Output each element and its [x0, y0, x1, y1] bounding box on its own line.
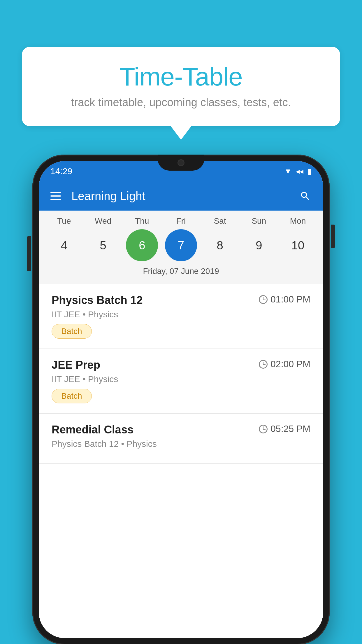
phone-outer: 14:29 ▼ ◂◂ ▮ Learning Light: [32, 155, 330, 644]
wifi-icon: ▼: [284, 167, 292, 176]
battery-icon: ▮: [307, 167, 312, 176]
schedule-list: Physics Batch 12 01:00 PM IIT JEE • Phys…: [39, 284, 323, 638]
hamburger-icon[interactable]: [50, 192, 61, 200]
schedule-time-text-1: 01:00 PM: [270, 294, 310, 305]
day-numbers-row: 4 5 6 7 8 9 10: [39, 226, 323, 264]
batch-tag-1: Batch: [52, 324, 92, 339]
day-name-sun: Sun: [243, 216, 275, 226]
clock-icon-1: [259, 295, 268, 304]
status-icons: ▼ ◂◂ ▮: [284, 167, 312, 176]
schedule-meta-3: Physics Batch 12 • Physics: [52, 439, 310, 449]
schedule-name-2: JEE Prep: [52, 359, 100, 371]
day-name-mon: Mon: [282, 216, 314, 226]
phone-notch: [158, 155, 204, 171]
schedule-item-3[interactable]: Remedial Class 05:25 PM Physics Batch 12…: [39, 414, 323, 464]
day-7-selected[interactable]: 7: [165, 229, 197, 261]
day-4[interactable]: 4: [48, 229, 80, 261]
schedule-name-1: Physics Batch 12: [52, 294, 143, 307]
day-name-tue: Tue: [48, 216, 80, 226]
schedule-time-2: 02:00 PM: [259, 359, 310, 370]
schedule-time-text-2: 02:00 PM: [270, 359, 310, 370]
search-icon: [300, 190, 311, 202]
search-button[interactable]: [299, 190, 312, 202]
schedule-time-text-3: 05:25 PM: [270, 424, 310, 434]
calendar-strip: Tue Wed Thu Fri Sat Sun Mon 4 5 6 7 8: [39, 211, 323, 284]
schedule-header-3: Remedial Class 05:25 PM: [52, 424, 310, 436]
signal-icon: ◂◂: [296, 167, 303, 176]
app-title: Learning Light: [71, 190, 299, 203]
day-name-thu: Thu: [126, 216, 158, 226]
day-9[interactable]: 9: [243, 229, 275, 261]
clock-icon-2: [259, 360, 268, 369]
phone-mockup: 14:29 ▼ ◂◂ ▮ Learning Light: [32, 155, 330, 644]
speech-bubble-title: Time-Table: [39, 63, 323, 91]
schedule-time-3: 05:25 PM: [259, 424, 310, 434]
app-bar: Learning Light: [39, 181, 323, 211]
day-names-row: Tue Wed Thu Fri Sat Sun Mon: [39, 216, 323, 226]
day-5[interactable]: 5: [87, 229, 119, 261]
day-name-wed: Wed: [87, 216, 119, 226]
day-6-today[interactable]: 6: [126, 229, 158, 261]
schedule-item-1[interactable]: Physics Batch 12 01:00 PM IIT JEE • Phys…: [39, 284, 323, 349]
batch-tag-2: Batch: [52, 389, 92, 403]
schedule-header-2: JEE Prep 02:00 PM: [52, 359, 310, 371]
schedule-meta-1: IIT JEE • Physics: [52, 309, 310, 319]
schedule-time-1: 01:00 PM: [259, 294, 310, 305]
phone-screen: 14:29 ▼ ◂◂ ▮ Learning Light: [39, 161, 323, 638]
speech-bubble-subtitle: track timetable, upcoming classes, tests…: [39, 96, 323, 109]
schedule-meta-2: IIT JEE • Physics: [52, 374, 310, 384]
schedule-header-1: Physics Batch 12 01:00 PM: [52, 294, 310, 307]
day-name-fri: Fri: [165, 216, 197, 226]
schedule-item-2[interactable]: JEE Prep 02:00 PM IIT JEE • Physics Batc…: [39, 349, 323, 414]
day-8[interactable]: 8: [204, 229, 236, 261]
speech-bubble: Time-Table track timetable, upcoming cla…: [22, 47, 340, 126]
selected-date-label: Friday, 07 June 2019: [39, 264, 323, 281]
day-name-sat: Sat: [204, 216, 236, 226]
clock-icon-3: [259, 425, 268, 433]
notch-camera: [178, 159, 184, 166]
schedule-name-3: Remedial Class: [52, 424, 133, 436]
day-10[interactable]: 10: [282, 229, 314, 261]
